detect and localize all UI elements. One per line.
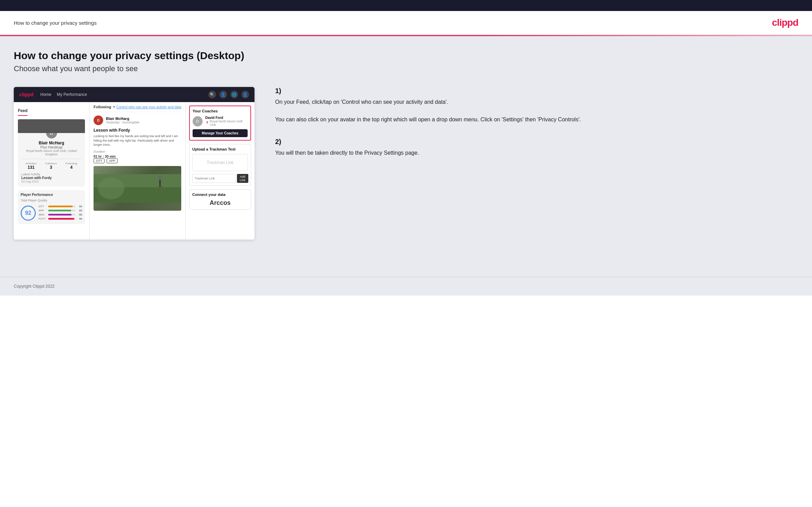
coach-avatar: D (193, 116, 203, 126)
nav-my-performance: My Performance (57, 92, 87, 97)
post-title: Lesson with Fordy (94, 128, 181, 133)
post-author-info: Blair McHarg Yesterday · Sunningdale (106, 117, 139, 124)
svg-point-4 (158, 176, 162, 180)
tag-ott: OTT (94, 158, 105, 163)
feed-tab[interactable]: Feed (18, 106, 28, 116)
profile-name: Blair McHarg (21, 141, 82, 145)
app-right-panel: Your Coaches D David Ford 📍 Royal North … (186, 102, 255, 240)
add-link-button[interactable]: Add Link (237, 174, 248, 183)
stat-followers-value: 3 (45, 165, 57, 170)
page-heading: How to change your privacy settings (Des… (14, 50, 798, 62)
bar-track (48, 210, 75, 211)
app-body: Feed B Blair McHarg Plus Handicap Royal … (14, 102, 255, 240)
post-image (94, 166, 181, 211)
trackman-section: Upload a Trackman Test Trackman Link Add… (189, 144, 251, 186)
user-icon[interactable]: 👤 (219, 91, 227, 98)
search-icon[interactable]: 🔍 (208, 91, 216, 98)
bar-track (48, 214, 75, 216)
coaches-section: Your Coaches D David Ford 📍 Royal North … (189, 106, 251, 141)
arccos-brand: Arccos (192, 199, 248, 207)
perf-bar-row: APP 85 (39, 209, 82, 212)
profile-club: Royal North Devon Golf Club, United King… (21, 149, 82, 156)
tag-app: APP (107, 158, 118, 163)
bar-fill (48, 206, 73, 207)
main-content: How to change your privacy settings (Des… (0, 36, 812, 277)
post-tags: OTT APP (94, 158, 181, 163)
perf-bar-row: ARG 86 (39, 213, 82, 216)
footer: Copyright Clippd 2022 (0, 277, 812, 296)
coach-club: 📍 Royal North Devon Golf Club (205, 120, 248, 126)
perf-subtitle: Total Player Quality (21, 199, 82, 202)
stat-activities-value: 131 (26, 165, 37, 170)
latest-activity-name: Lesson with Fordy (21, 176, 82, 180)
svg-rect-3 (159, 178, 161, 187)
post-header: B Blair McHarg Yesterday · Sunningdale (94, 115, 181, 125)
perf-title: Player Performance (21, 193, 82, 197)
globe-icon[interactable]: 🌐 (230, 91, 238, 98)
app-feed: Following ▼ Control who can see your act… (89, 102, 186, 240)
post-card: B Blair McHarg Yesterday · Sunningdale L… (89, 112, 185, 214)
bar-fill (48, 210, 71, 211)
trackman-input-row: Add Link (192, 174, 248, 183)
bar-track (48, 206, 75, 207)
svg-point-2 (98, 177, 124, 199)
bar-label: PUTT (39, 217, 47, 220)
player-performance: Player Performance Total Player Quality … (18, 190, 85, 224)
bar-value: 96 (77, 217, 82, 220)
app-logo: clippd (19, 92, 33, 97)
stat-followers-label: Followers (45, 162, 57, 165)
post-duration-value: 01 hr : 30 min (94, 155, 181, 158)
following-button[interactable]: Following ▼ (94, 105, 116, 109)
stat-following: Following 4 (66, 162, 77, 170)
app-nav-icons: 🔍 👤 🌐 👤 (208, 91, 249, 98)
instruction-1-text: On your Feed, click/tap on 'Control who … (275, 98, 791, 124)
post-description: Looking to feel like my hands are exitin… (94, 134, 181, 147)
bar-value: 85 (77, 209, 82, 212)
header-title: How to change your privacy settings (14, 20, 97, 26)
manage-coaches-button[interactable]: Manage Your Coaches (193, 129, 248, 137)
following-label: Following (94, 105, 111, 109)
trackman-input[interactable] (192, 174, 236, 183)
chevron-down-icon: ▼ (112, 105, 116, 109)
stat-following-label: Following (66, 162, 77, 165)
control-privacy-link[interactable]: Control who can see your activity and da… (117, 105, 181, 109)
app-sidebar: Feed B Blair McHarg Plus Handicap Royal … (14, 102, 89, 240)
stat-following-value: 4 (66, 165, 77, 170)
profile-banner (18, 119, 85, 133)
latest-activity: Latest Activity Lesson with Fordy 03 Aug… (21, 173, 82, 183)
trackman-title: Upload a Trackman Test (192, 147, 248, 151)
instructions-panel: 1) On your Feed, click/tap on 'Control w… (268, 87, 798, 171)
bar-fill (48, 214, 72, 216)
bar-fill (48, 218, 74, 220)
post-author-meta: Yesterday · Sunningdale (106, 121, 139, 124)
perf-bars: OTT 90 APP 85 ARG 86 PUTT 96 (39, 205, 82, 221)
instruction-2: 2) You will then be taken directly to th… (275, 138, 791, 157)
latest-activity-date: 03 Aug 2022 (21, 180, 82, 183)
instruction-1-number: 1) (275, 87, 791, 95)
coach-info: David Ford 📍 Royal North Devon Golf Club (205, 116, 248, 126)
app-screenshot: clippd Home My Performance 🔍 👤 🌐 👤 Feed (14, 87, 255, 240)
stat-activities-label: Activities (26, 162, 37, 165)
page-subheading: Choose what you want people to see (14, 64, 798, 73)
score-circle: 92 (21, 206, 36, 221)
profile-handicap: Plus Handicap (21, 145, 82, 149)
instruction-2-text: You will then be taken directly to the P… (275, 148, 791, 157)
logo: clippd (772, 17, 798, 28)
trackman-placeholder: Trackman Link (192, 154, 248, 171)
bar-label: ARG (39, 213, 47, 216)
profile-card: B Blair McHarg Plus Handicap Royal North… (18, 119, 85, 187)
bar-value: 86 (77, 213, 82, 216)
header: How to change your privacy settings clip… (0, 11, 812, 35)
avatar-icon[interactable]: 👤 (241, 91, 249, 98)
app-nav: clippd Home My Performance 🔍 👤 🌐 👤 (14, 87, 255, 102)
post-duration-label: Duration (94, 150, 181, 153)
coaches-title: Your Coaches (193, 109, 248, 113)
connect-section: Connect your data Arccos (189, 189, 251, 210)
coach-item: D David Ford 📍 Royal North Devon Golf Cl… (193, 116, 248, 126)
stat-activities: Activities 131 (26, 162, 37, 170)
profile-stats: Activities 131 Followers 3 Following 4 (21, 159, 82, 170)
app-nav-links: Home My Performance (40, 92, 208, 97)
perf-bar-row: PUTT 96 (39, 217, 82, 220)
post-author-name: Blair McHarg (106, 117, 139, 121)
footer-copyright: Copyright Clippd 2022 (14, 284, 55, 289)
